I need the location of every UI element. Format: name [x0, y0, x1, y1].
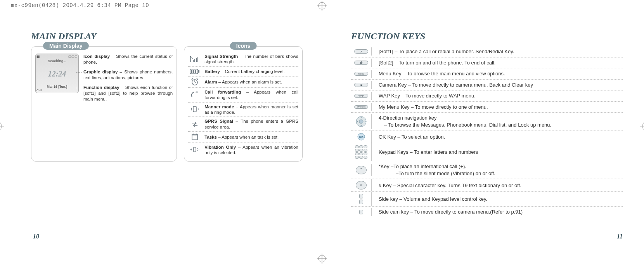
alarm-icon [188, 78, 201, 86]
camera-key-icon: ▣ [351, 81, 372, 89]
page-spread: MAIN DISPLAY Main Display ▮▮▢▢▢ Seaching… [0, 12, 644, 242]
side-cam-key-icon [351, 208, 372, 216]
icon-bold: Battery [204, 69, 220, 74]
fk-text: Camera Key – To move directly to camera … [372, 80, 623, 90]
fk-text: OK Key – To select an option. [372, 132, 623, 143]
nav-key-icon [351, 114, 372, 129]
ok-key-icon: OK [351, 130, 372, 143]
icon-bold: GPRS Signal [204, 119, 233, 123]
screen-call-label: Call [36, 89, 42, 92]
svg-rect-10 [191, 70, 192, 73]
screen-clock-graphic: 12:24 [36, 63, 78, 85]
fk-text: WAP Key – To move directly to WAP menu. [372, 90, 623, 101]
icon-rest: – Appears when an alarm is set. [217, 80, 282, 84]
battery-icon [188, 68, 201, 75]
svg-point-25 [359, 120, 363, 123]
icon-bold: Alarm [204, 80, 217, 84]
table-row: Menu Menu Key – To browse the main menu … [351, 68, 623, 79]
svg-rect-7 [197, 57, 198, 62]
table-row: ⏻ [Soft2] – To turn on and off the phone… [351, 57, 623, 68]
left-page: MAIN DISPLAY Main Display ▮▮▢▢▢ Seaching… [0, 12, 322, 242]
fk-text: Side cam key – To move directly to camer… [372, 207, 623, 217]
screen-seaching: Seaching... [36, 59, 78, 63]
function-keys-table: ↗ [Soft1] – To place a call or redial a … [351, 46, 623, 217]
main-display-panel: Main Display ▮▮▢▢▢ Seaching... 12:24 Mar… [31, 46, 177, 162]
icon-bold: Manner mode – [204, 104, 238, 109]
icon-bar-left: ▮▮ [36, 55, 40, 58]
icon-row: Alarm – Appears when an alarm is set. [188, 76, 298, 87]
disp-bold: Function display [83, 85, 119, 90]
table-row: * *Key –To place an international call (… [351, 161, 623, 179]
svg-rect-19 [192, 134, 197, 140]
svg-rect-9 [198, 70, 199, 73]
icon-row: Signal Strength – The number of bars sho… [188, 54, 298, 66]
icon-bold: Call forwarding [204, 90, 241, 94]
svg-rect-23 [194, 147, 196, 152]
phone-screen-image: ▮▮▢▢▢ Seaching... 12:24 Mar 16 [Tun.] Ca… [35, 54, 79, 93]
wap-key-icon: WAP [351, 92, 372, 100]
fk-text: *Key –To place an international call (+)… [372, 161, 623, 179]
table-row: OK OK Key – To select an option. [351, 130, 623, 143]
icon-rest: – Appears when an task is set. [217, 135, 279, 139]
menu-key-icon: Menu [351, 70, 372, 78]
right-page: FUNCTION KEYS ↗ [Soft1] – To place a cal… [322, 12, 644, 242]
table-row: My menu My Menu Key – To move directly t… [351, 101, 623, 113]
svg-rect-18 [193, 106, 196, 112]
table-row: ▣ Camera Key – To move directly to camer… [351, 79, 623, 90]
gprs-signal-icon [188, 120, 201, 128]
icon-bold: Vibration Only [204, 145, 236, 150]
side-key-icon [351, 192, 372, 206]
icon-row: Call forwarding – Appears when call forw… [188, 87, 298, 102]
fk-text: My Menu Key – To move directly to one of… [372, 102, 623, 113]
disp-block: Function display – Shows each function o… [83, 85, 173, 102]
icon-row: Tasks – Appears when an task is set. [188, 131, 298, 143]
icon-row: Manner mode – Appears when manner is set… [188, 102, 298, 117]
svg-rect-11 [193, 70, 194, 73]
icon-bold: Tasks [204, 135, 217, 139]
page-number: 10 [33, 233, 39, 240]
fk-text: # Key – Special character key. Turns T9 … [372, 180, 623, 191]
disp-bold: Graphic display [83, 70, 118, 74]
table-row: Keypad Keys – To enter letters and numbe… [351, 143, 623, 161]
page-title: MAIN DISPLAY [31, 31, 303, 42]
star-key-icon: * [351, 164, 372, 176]
signal-strength-icon [188, 56, 201, 63]
crop-mark-left-icon [0, 118, 4, 136]
icon-row: Vibration Only – Appears when an vibrati… [188, 143, 298, 157]
table-row: # # Key – Special character key. Turns T… [351, 179, 623, 191]
icons-panel: Icons Signal Strength – The number of ba… [184, 46, 303, 162]
svg-line-17 [197, 78, 198, 80]
screen-date: Mar 16 [Tun.] [36, 85, 78, 89]
fk-text: Keypad Keys – To enter letters and numbe… [372, 147, 623, 158]
keypad-keys-icon [351, 143, 372, 161]
hash-key-icon: # [351, 179, 372, 191]
icon-row: Battery – Current battery charging level… [188, 66, 298, 76]
soft2-key-icon: ⏻ [351, 59, 372, 67]
fk-text: [Soft1] – To place a call or redial a nu… [372, 46, 623, 57]
table-row: WAP WAP Key – To move directly to WAP me… [351, 90, 623, 101]
svg-line-16 [192, 78, 193, 80]
icon-row: GPRS Signal – The phone enters a GPRS se… [188, 116, 298, 131]
table-row: Side key – Volume and Keypad level contr… [351, 191, 623, 206]
svg-rect-5 [194, 59, 195, 62]
svg-rect-4 [193, 60, 194, 62]
table-row: ↗ [Soft1] – To place a call or redial a … [351, 46, 623, 57]
icon-bold: Signal Strength [204, 54, 238, 59]
disp-block: Icon display – Shows the current status … [83, 54, 173, 65]
table-row: 4-Direction navigation key– To browse th… [351, 112, 623, 130]
fk-text: Menu Key – To browse the main menu and v… [372, 68, 623, 79]
crop-mark-right-icon [640, 118, 644, 136]
vibration-only-icon [188, 146, 201, 154]
fk-text: 4-Direction navigation key– To browse th… [372, 113, 623, 130]
icon-rest: – Current battery charging level. [220, 69, 285, 74]
display-descriptions: Icon display – Shows the current status … [83, 54, 173, 102]
svg-rect-6 [196, 58, 197, 62]
table-row: Side cam key – To move directly to camer… [351, 206, 623, 217]
svg-text:OK: OK [359, 135, 364, 139]
tasks-icon [188, 133, 201, 141]
svg-rect-12 [195, 70, 196, 73]
fk-text: Side key – Volume and Keypad level contr… [372, 194, 623, 205]
page-title: FUNCTION KEYS [351, 31, 623, 42]
fk-text: [Soft2] – To turn on and off the phone. … [372, 57, 623, 68]
mymenu-key-icon: My menu [351, 103, 372, 111]
